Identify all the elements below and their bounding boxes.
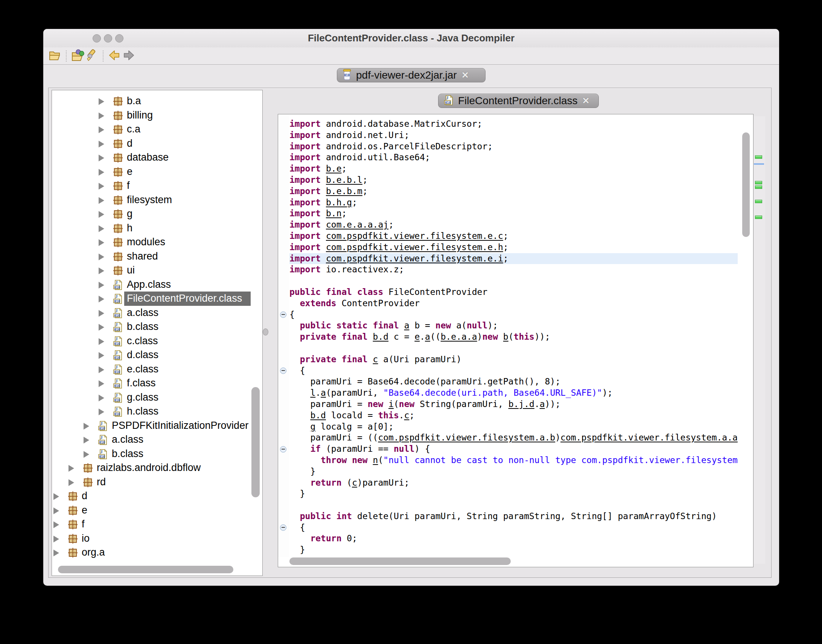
code-link[interactable]: c <box>352 478 357 488</box>
expander-triangle-icon[interactable] <box>98 183 104 190</box>
code-link[interactable]: b.h.g <box>326 198 352 207</box>
code-link[interactable]: e <box>414 332 419 342</box>
green-marker[interactable] <box>755 216 762 219</box>
tree-item-e[interactable]: e <box>52 503 262 518</box>
expander-triangle-icon[interactable] <box>98 253 104 260</box>
code-link[interactable]: n <box>373 455 378 465</box>
expander-triangle-icon[interactable] <box>98 197 104 204</box>
tree-item-g-class[interactable]: J010g.class <box>52 391 262 405</box>
code-link[interactable]: com.pspdfkit.viewer.filesystem.e.c <box>326 231 503 241</box>
expander-triangle-icon[interactable] <box>98 211 104 218</box>
code-horizontal-scrollbar[interactable] <box>289 558 511 565</box>
tree-item-modules[interactable]: modules <box>52 235 262 249</box>
code-vertical-scrollbar[interactable] <box>742 132 750 237</box>
expander-triangle-icon[interactable] <box>98 141 104 147</box>
expander-triangle-icon[interactable] <box>98 282 104 288</box>
expander-triangle-icon[interactable] <box>54 493 59 500</box>
green-marker[interactable] <box>755 155 762 159</box>
tree-item-rd[interactable]: rd <box>52 475 262 489</box>
green-marker[interactable] <box>755 181 762 184</box>
collapse-icon[interactable] <box>280 446 286 452</box>
code-link[interactable]: i <box>389 399 394 409</box>
code-link[interactable]: c <box>404 410 410 420</box>
collapse-icon[interactable] <box>280 311 286 318</box>
tree-item-pspdfkitinitializationprovider[interactable]: J010PSPDFKitInitializationProvider <box>52 419 262 433</box>
tree-item-f-class[interactable]: J010f.class <box>52 376 262 391</box>
expander-triangle-icon[interactable] <box>98 98 104 105</box>
expander-triangle-icon[interactable] <box>98 366 104 373</box>
expander-triangle-icon[interactable] <box>98 155 104 161</box>
tree-item-e-class[interactable]: J010e.class <box>52 362 262 377</box>
tree-item-a-class[interactable]: J010a.class <box>52 432 262 447</box>
tree-item-b-class[interactable]: J010b.class <box>52 447 262 461</box>
tree-item-e[interactable]: e <box>52 165 262 179</box>
code-link[interactable]: a <box>321 388 326 398</box>
tree-item-c-a[interactable]: c.a <box>52 122 262 136</box>
tree-item-shared[interactable]: shared <box>52 249 262 264</box>
code-link[interactable]: l <box>310 388 315 398</box>
expander-triangle-icon[interactable] <box>83 423 89 429</box>
code-link[interactable]: b.d <box>373 332 389 342</box>
code-link[interactable]: com.pspdfkit.viewer.filesystem.a.a <box>561 432 738 442</box>
tree-item-filecontentprovider-class[interactable]: J010FileContentProvider.class <box>52 291 262 306</box>
code-link[interactable]: b <box>503 332 509 342</box>
expander-triangle-icon[interactable] <box>98 310 104 317</box>
expander-triangle-icon[interactable] <box>98 352 104 359</box>
expander-triangle-icon[interactable] <box>98 126 104 133</box>
expander-triangle-icon[interactable] <box>98 408 104 415</box>
tree-item-billing[interactable]: billing <box>52 108 262 123</box>
tree-item-f[interactable]: f <box>52 517 262 532</box>
tree-item-a-class[interactable]: J010a.class <box>52 306 262 320</box>
close-button[interactable] <box>92 34 101 43</box>
tree-item-g[interactable]: g <box>52 207 262 221</box>
tree-item-d-class[interactable]: J010d.class <box>52 348 262 362</box>
code-link[interactable]: a <box>404 320 410 330</box>
tree-horizontal-scrollbar[interactable] <box>58 566 234 573</box>
expander-triangle-icon[interactable] <box>98 112 104 119</box>
blue-marker[interactable] <box>754 163 764 165</box>
tree-item-d[interactable]: d <box>52 489 262 503</box>
expander-triangle-icon[interactable] <box>83 437 89 443</box>
open-file-button[interactable] <box>48 49 62 63</box>
expander-triangle-icon[interactable] <box>98 239 104 246</box>
tree-item-raizlabs-android-dbflow[interactable]: raizlabs.android.dbflow <box>52 461 262 475</box>
close-tab-icon[interactable]: ✕ <box>461 71 469 80</box>
tree-item-c-class[interactable]: J010c.class <box>52 334 262 348</box>
expander-triangle-icon[interactable] <box>54 508 59 514</box>
tree-item-b-a[interactable]: b.a <box>52 94 262 108</box>
tree-item-h[interactable]: h <box>52 221 262 236</box>
tree-item-database[interactable]: database <box>52 150 262 165</box>
expander-triangle-icon[interactable] <box>98 267 104 274</box>
tree-item-io[interactable]: io <box>52 532 262 546</box>
tree-item-h-class[interactable]: J010h.class <box>52 404 262 419</box>
expander-triangle-icon[interactable] <box>98 324 104 331</box>
tree-item-d[interactable]: d <box>52 136 262 151</box>
tree-item-app-class[interactable]: J010App.class <box>52 278 262 292</box>
code-link[interactable]: com.pspdfkit.viewer.filesystem.e.h <box>326 242 503 252</box>
close-tab-icon[interactable]: ✕ <box>582 96 589 105</box>
title-bar[interactable]: FileContentProvider.class - Java Decompi… <box>43 29 779 48</box>
tree-item-ui[interactable]: ui <box>52 263 262 278</box>
expander-triangle-icon[interactable] <box>98 338 104 345</box>
code-link[interactable]: a <box>540 399 545 409</box>
code-link[interactable]: b.e.a.a <box>441 332 477 342</box>
collapse-icon[interactable] <box>280 368 286 374</box>
tree-item-org-a[interactable]: org.a <box>52 546 262 560</box>
splitter-handle[interactable] <box>263 328 268 336</box>
code-link[interactable]: g <box>310 422 315 431</box>
expander-triangle-icon[interactable] <box>69 465 74 472</box>
search-button[interactable] <box>85 49 99 63</box>
collapse-icon[interactable] <box>280 524 286 531</box>
minimize-button[interactable] <box>104 34 112 43</box>
expander-triangle-icon[interactable] <box>98 380 104 387</box>
forward-button[interactable] <box>121 49 136 63</box>
code-link[interactable]: b.e <box>326 164 342 173</box>
tree-item-b-class[interactable]: J010b.class <box>52 320 262 334</box>
tree-item-f[interactable]: f <box>52 179 262 193</box>
jar-tab[interactable]: 010 pdf-viewer-dex2jar.jar ✕ <box>337 68 486 82</box>
green-marker[interactable] <box>755 186 762 189</box>
code-link[interactable]: a <box>425 332 430 342</box>
expander-triangle-icon[interactable] <box>54 550 59 557</box>
back-button[interactable] <box>107 49 121 63</box>
open-type-button[interactable] <box>71 49 85 63</box>
